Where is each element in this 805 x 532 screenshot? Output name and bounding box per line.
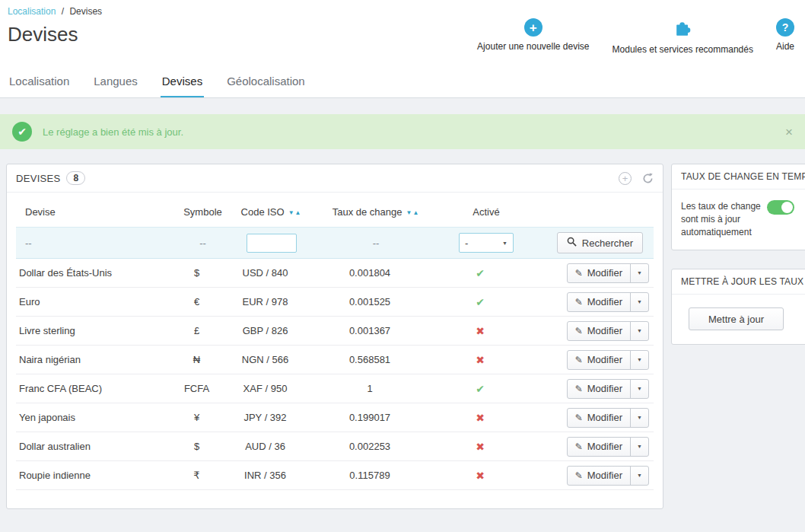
tab-devises[interactable]: Devises [161, 67, 204, 97]
table-row: Yen japonais ¥ JPY / 392 0.199017 ✖ ✎ [16, 403, 654, 432]
panel-tools [619, 172, 654, 185]
pencil-icon: ✎ [575, 441, 583, 452]
modify-button[interactable]: ✎ Modifier [568, 293, 630, 311]
puzzle-icon [673, 18, 692, 40]
cell-devise: Dollar des États-Unis [16, 267, 172, 279]
modify-button[interactable]: ✎ Modifier [568, 264, 630, 282]
cell-taux: 0.115789 [309, 470, 431, 481]
modify-button[interactable]: ✎ Modifier [568, 467, 630, 485]
realtime-rates-body: Les taux de change sont mis à jour autom… [672, 190, 805, 250]
cell-actions: ✎ Modifier ▼ [530, 466, 654, 486]
add-icon[interactable] [619, 172, 632, 185]
status-icon: ✔ [476, 383, 485, 395]
filter-active-cell: - ▼ [437, 233, 536, 253]
realtime-rates-toggle[interactable] [767, 200, 794, 215]
column-header-active[interactable]: Activé [437, 206, 536, 218]
help-action[interactable]: Aide [776, 18, 794, 52]
table-row: Franc CFA (BEAC) FCFA XAF / 950 1 ✔ ✎ [16, 374, 654, 403]
modify-button-label: Modifier [587, 267, 622, 279]
modify-split-button: ✎ Modifier ▼ [567, 321, 649, 341]
cell-code-iso: GBP / 826 [221, 325, 309, 336]
breadcrumb-parent-link[interactable]: Localisation [8, 6, 56, 17]
cell-symbole: ¥ [172, 412, 221, 423]
cell-active: ✖ [431, 325, 530, 337]
cell-taux: 0.199017 [309, 412, 431, 423]
pencil-icon: ✎ [575, 268, 583, 279]
tab-localisation[interactable]: Localisation [8, 67, 71, 97]
pencil-icon: ✎ [575, 326, 583, 336]
alert-close-button[interactable]: × [785, 126, 793, 139]
cell-active: ✖ [431, 470, 530, 482]
add-currency-action[interactable]: Ajouter une nouvelle devise [477, 18, 589, 52]
cell-symbole: $ [172, 267, 221, 279]
column-header-devise[interactable]: Devise [22, 206, 178, 218]
modify-split-button: ✎ Modifier ▼ [567, 292, 649, 312]
column-header-code-iso[interactable]: Code ISO [228, 206, 315, 218]
cell-code-iso: USD / 840 [221, 267, 309, 279]
column-header-label: Code ISO [241, 206, 285, 218]
update-rates-body: Mettre à jour [672, 295, 805, 344]
cell-symbole: FCFA [172, 383, 221, 394]
cell-devise: Yen japonais [16, 412, 172, 423]
currencies-panel-header: DEVISES 8 [7, 164, 663, 193]
cell-actions: ✎ Modifier ▼ [530, 408, 654, 428]
status-icon: ✔ [476, 267, 485, 279]
table-body: Dollar des États-Unis $ USD / 840 0.0018… [16, 259, 654, 490]
modify-button[interactable]: ✎ Modifier [568, 438, 630, 456]
recommended-modules-action[interactable]: Modules et services recommandés [612, 18, 753, 55]
table-row: Dollar australien $ AUD / 36 0.002253 ✖ … [16, 432, 654, 461]
status-icon: ✖ [476, 354, 485, 366]
status-icon: ✖ [476, 325, 485, 337]
right-sidebar: TAUX DE CHANGE EN TEMPS RÉEL Les taux de… [671, 164, 805, 345]
modify-split-button: ✎ Modifier ▼ [567, 350, 649, 370]
count-badge: 8 [66, 171, 85, 185]
realtime-rates-panel: TAUX DE CHANGE EN TEMPS RÉEL Les taux de… [671, 164, 805, 250]
modify-dropdown-toggle[interactable]: ▼ [630, 438, 648, 456]
modify-button[interactable]: ✎ Modifier [568, 380, 630, 398]
refresh-icon[interactable] [642, 173, 654, 184]
modify-button-label: Modifier [587, 441, 622, 452]
panel-title: DEVISES [16, 173, 60, 184]
help-label: Aide [776, 41, 794, 52]
modify-button[interactable]: ✎ Modifier [568, 351, 630, 369]
modify-dropdown-toggle[interactable]: ▼ [630, 322, 648, 340]
filter-actions-cell: Rechercher [536, 232, 648, 253]
help-icon [776, 18, 794, 37]
cell-devise: Dollar australien [16, 441, 172, 452]
column-header-symbole[interactable]: Symbole [178, 206, 228, 218]
success-alert: Le réglage a bien été mis à jour. × [0, 114, 805, 149]
modify-dropdown-toggle[interactable]: ▼ [630, 409, 648, 427]
modify-dropdown-toggle[interactable]: ▼ [630, 293, 648, 311]
status-icon: ✖ [476, 412, 485, 424]
tab-geolocalisation[interactable]: Géolocalisation [225, 67, 307, 97]
breadcrumb-current: Devises [69, 6, 102, 17]
cell-devise: Livre sterling [16, 325, 172, 336]
modify-button[interactable]: ✎ Modifier [568, 322, 630, 340]
cell-taux: 0.001804 [309, 267, 431, 279]
table-header-row: Devise Symbole Code ISO Taux de change A… [16, 196, 654, 227]
modify-dropdown-toggle[interactable]: ▼ [630, 264, 648, 282]
top-bar: Localisation / Devises Devises Ajouter u… [0, 0, 805, 98]
currencies-panel: DEVISES 8 Devise Symbole [6, 164, 663, 509]
cell-active: ✖ [431, 412, 530, 424]
header-actions: Ajouter une nouvelle devise Modules et s… [477, 18, 794, 55]
modify-dropdown-toggle[interactable]: ▼ [630, 380, 648, 398]
cell-symbole: £ [172, 325, 221, 336]
modify-button[interactable]: ✎ Modifier [568, 409, 630, 427]
update-rates-button[interactable]: Mettre à jour [689, 307, 784, 330]
tab-bar: Localisation Langues Devises Géolocalisa… [0, 67, 805, 98]
status-icon: ✖ [476, 441, 485, 453]
active-filter-select[interactable]: - ▼ [459, 233, 514, 253]
cell-active: ✔ [431, 296, 530, 308]
pencil-icon: ✎ [575, 297, 583, 307]
tab-langues[interactable]: Langues [92, 67, 139, 97]
cell-symbole: ₦ [172, 354, 221, 365]
modify-split-button: ✎ Modifier ▼ [567, 408, 649, 428]
modify-dropdown-toggle[interactable]: ▼ [630, 467, 648, 485]
modify-dropdown-toggle[interactable]: ▼ [630, 351, 648, 369]
sort-icons[interactable] [402, 206, 419, 218]
search-button[interactable]: Rechercher [557, 232, 643, 253]
column-header-taux[interactable]: Taux de change [315, 206, 437, 218]
iso-filter-input[interactable] [247, 234, 297, 253]
sort-icons[interactable] [285, 206, 302, 218]
